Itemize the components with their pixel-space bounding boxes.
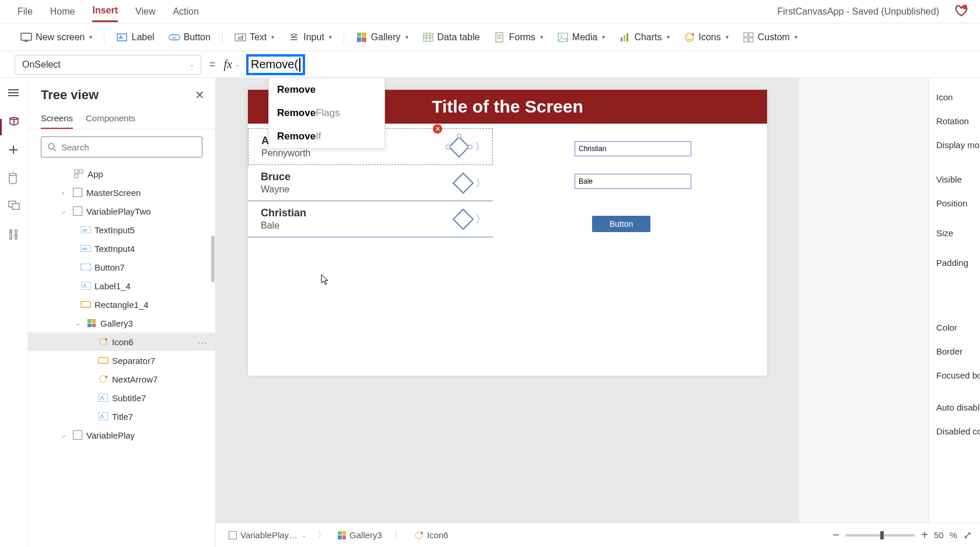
tree-item-separator7[interactable]: Separator7 <box>28 351 215 370</box>
caret-icon[interactable]: › <box>62 189 69 196</box>
autocomplete-item[interactable]: RemoveIf <box>269 125 384 148</box>
zoom-in-button[interactable]: + <box>921 528 928 542</box>
health-icon[interactable] <box>954 3 968 20</box>
tree-label: VariablePlayTwo <box>86 206 151 216</box>
input-icon <box>288 31 300 43</box>
menu-insert[interactable]: Insert <box>92 1 118 22</box>
selection-handle[interactable] <box>457 134 461 138</box>
prop-auto-disable[interactable]: Auto disable <box>936 395 980 419</box>
fit-to-window-icon[interactable]: ⤢ <box>963 529 972 542</box>
menu-home[interactable]: Home <box>50 2 75 22</box>
prop-color[interactable]: Color <box>936 315 980 339</box>
submit-button[interactable]: Button <box>592 216 650 232</box>
textinput-lastname[interactable] <box>575 174 691 189</box>
fx-icon[interactable]: fx <box>224 58 232 71</box>
button-insert-button[interactable]: Ab Button <box>163 28 216 47</box>
text-dropdown[interactable]: ab Text ▾ <box>229 28 280 47</box>
prop-position[interactable]: Position <box>936 191 980 215</box>
gallery-row[interactable]: Bruce Wayne 〉 <box>248 165 493 201</box>
breadcrumb-screen[interactable]: VariablePlay… ⌵ <box>224 528 310 542</box>
autocomplete-item[interactable]: Remove <box>269 78 384 101</box>
prop-icon[interactable]: Icon <box>936 85 980 109</box>
scrollbar-thumb[interactable] <box>211 236 215 282</box>
next-arrow-icon[interactable]: 〉 <box>475 212 486 226</box>
autocomplete-item[interactable]: RemoveFlags <box>269 101 384 125</box>
media-dropdown[interactable]: Media ▾ <box>551 28 611 47</box>
prop-visible[interactable]: Visible <box>936 167 980 191</box>
charts-dropdown[interactable]: Charts ▾ <box>613 28 675 47</box>
caret-icon[interactable]: ⌵ <box>62 208 69 215</box>
menu-action[interactable]: Action <box>173 2 198 22</box>
prop-border[interactable]: Border <box>936 339 980 363</box>
textinput-firstname[interactable] <box>575 141 691 156</box>
tree-item-variableplaytwo[interactable]: ⌵ VariablePlayTwo <box>28 202 215 220</box>
tree-item-textinput4[interactable]: ab TextInput4 <box>28 239 215 258</box>
label-button[interactable]: Label <box>110 28 160 47</box>
input-dropdown[interactable]: Input ▾ <box>282 28 338 47</box>
icons-dropdown[interactable]: Icons ▾ <box>678 28 734 47</box>
selection-handle[interactable] <box>446 145 450 149</box>
next-arrow-icon[interactable]: 〉 <box>475 140 485 154</box>
close-icon[interactable]: ✕ <box>195 88 205 102</box>
custom-dropdown[interactable]: Custom ▾ <box>737 28 803 47</box>
gallery-firstname: Bruce <box>261 171 290 183</box>
forms-dropdown[interactable]: Forms ▾ <box>488 28 548 47</box>
svg-rect-43 <box>10 230 12 239</box>
zoom-slider-thumb[interactable] <box>880 531 884 539</box>
tree-item-button7[interactable]: Button7 <box>28 258 215 276</box>
tree-item-gallery3[interactable]: ⌵ Gallery3 <box>28 314 215 332</box>
prop-disabled-color[interactable]: Disabled color <box>936 419 980 443</box>
tree-item-variableplay[interactable]: ⌵ VariablePlay <box>28 426 215 444</box>
gallery-dropdown[interactable]: Gallery ▾ <box>350 28 414 47</box>
prop-display-mode[interactable]: Display mode <box>936 133 980 157</box>
tab-components[interactable]: Components <box>86 108 135 129</box>
svg-point-0 <box>963 5 967 9</box>
property-selector[interactable]: OnSelect ⌵ <box>15 55 201 75</box>
delete-badge-icon[interactable]: ✕ <box>433 124 442 134</box>
screen-icon <box>20 31 32 43</box>
tree-item-label1-4[interactable]: Label1_4 <box>28 276 215 295</box>
tree-item-rectangle1-4[interactable]: Rectangle1_4 <box>28 295 215 314</box>
more-icon[interactable]: ··· <box>197 337 208 347</box>
zoom-out-button[interactable]: − <box>833 528 840 542</box>
chevron-down-icon[interactable]: ⌵ <box>236 61 239 68</box>
search-input[interactable] <box>61 142 196 152</box>
edit-icon[interactable] <box>453 208 474 230</box>
prop-size[interactable]: Size <box>936 221 980 245</box>
gallery-row[interactable]: Christian Bale 〉 <box>248 201 493 237</box>
chevron-down-icon: ⌵ <box>190 61 194 68</box>
menu-view[interactable]: View <box>135 2 155 22</box>
selection-handle[interactable] <box>468 145 473 149</box>
formula-input[interactable]: Remove( <box>246 54 305 75</box>
next-arrow-icon[interactable]: 〉 <box>475 176 486 190</box>
tree-item-title7[interactable]: Title7 <box>28 407 215 426</box>
zoom-slider[interactable] <box>845 534 915 537</box>
tree-item-subtitle7[interactable]: Subtitle7 <box>28 388 215 407</box>
tree-item-app[interactable]: App <box>28 164 215 183</box>
variables-icon[interactable] <box>8 229 20 240</box>
tree-search[interactable] <box>41 136 202 157</box>
edit-icon-selected[interactable] <box>448 136 470 158</box>
caret-icon[interactable]: ⌵ <box>76 320 83 327</box>
media-rail-icon[interactable] <box>8 201 20 212</box>
tree-item-nextarrow7[interactable]: NextArrow7 <box>28 370 215 388</box>
new-screen-button[interactable]: New screen ▾ <box>15 28 98 47</box>
breadcrumb-gallery[interactable]: Gallery3 <box>333 528 387 542</box>
edit-icon[interactable] <box>453 172 474 194</box>
tree-item-icon6[interactable]: Icon6 ··· <box>28 332 215 351</box>
svg-point-67 <box>421 532 423 534</box>
caret-icon[interactable]: ⌵ <box>62 432 69 439</box>
tree-item-textinput5[interactable]: ab TextInput5 <box>28 220 215 239</box>
add-icon[interactable] <box>8 145 20 156</box>
prop-focused-border[interactable]: Focused border <box>936 363 980 387</box>
prop-padding[interactable]: Padding <box>936 251 980 275</box>
menu-file[interactable]: File <box>18 2 33 22</box>
data-table-button[interactable]: Data table <box>416 28 486 47</box>
tree-view-icon[interactable] <box>8 117 20 128</box>
tab-screens[interactable]: Screens <box>41 108 73 129</box>
prop-rotation[interactable]: Rotation <box>936 109 980 133</box>
breadcrumb-icon6[interactable]: Icon6 <box>410 528 453 542</box>
tree-item-master[interactable]: › MasterScreen <box>28 183 215 202</box>
database-icon[interactable] <box>8 173 20 184</box>
hamburger-icon[interactable] <box>8 89 20 100</box>
